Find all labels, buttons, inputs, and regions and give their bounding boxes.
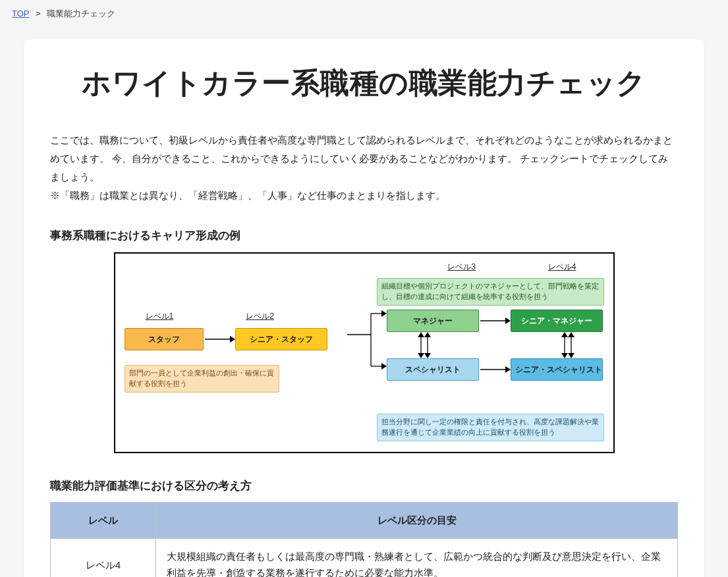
- content-card: ホワイトカラー系職種の職業能力チェック ここでは、職務について、初級レベルから責…: [24, 40, 704, 577]
- svg-marker-8: [381, 363, 387, 370]
- arrow-icon: [204, 333, 235, 346]
- level-table: レベル レベル区分の目安 レベル4 大規模組織の責任者もしくは最高度の専門職・熟…: [50, 502, 678, 577]
- svg-marker-5: [381, 310, 387, 317]
- breadcrumb-top-link[interactable]: TOP: [12, 9, 29, 18]
- intro-paragraph: ここでは、職務について、初級レベルから責任者や高度な専門職として認められるレベル…: [50, 131, 678, 186]
- breadcrumb: TOP > 職業能力チェック: [0, 0, 728, 28]
- breadcrumb-current: 職業能力チェック: [47, 9, 115, 18]
- svg-marker-19: [561, 353, 568, 358]
- breadcrumb-separator: >: [36, 9, 41, 18]
- svg-marker-18: [561, 332, 568, 337]
- table-row: レベル4 大規模組織の責任者もしくは最高度の専門職・熟練者として、広範かつ統合的…: [51, 538, 678, 577]
- double-arrow-icon: [417, 332, 430, 358]
- arrow-icon: [479, 314, 511, 327]
- diagram-container: レベル3 レベル4 組織目標や個別プロジェクトのマネジャーとして、部門戦略を策定…: [50, 252, 678, 453]
- td-level: レベル4: [51, 538, 156, 577]
- box-staff: スタッフ: [125, 328, 204, 350]
- th-desc: レベル区分の目安: [156, 503, 678, 539]
- svg-marker-1: [230, 336, 235, 343]
- box-senior-staff: シニア・スタッフ: [235, 328, 327, 350]
- svg-marker-24: [505, 366, 511, 373]
- split-arrow-icon: [347, 328, 387, 407]
- diagram-heading: 事務系職種におけるキャリア形成の例: [50, 227, 678, 246]
- diagram-right-col: マネジャー シニア・マネジャー: [387, 310, 603, 381]
- td-desc: 大規模組織の責任者もしくは最高度の専門職・熟練者として、広範かつ統合的な判断及び…: [156, 538, 678, 577]
- svg-marker-12: [418, 332, 424, 337]
- box-manager: マネジャー: [387, 310, 479, 332]
- box-senior-manager: シニア・マネジャー: [511, 310, 603, 332]
- box-senior-specialist: シニア・スペシャリスト: [511, 358, 603, 381]
- th-level: レベル: [51, 503, 156, 539]
- intro-text: ここでは、職務について、初級レベルから責任者や高度な専門職として認められるレベル…: [50, 131, 678, 204]
- svg-marker-15: [424, 332, 431, 337]
- intro-note: ※「職務」は職業とは異なり、「経営戦略」、「人事」など仕事のまとまりを指します。: [50, 186, 678, 205]
- career-diagram: レベル3 レベル4 組織目標や個別プロジェクトのマネジャーとして、部門戦略を策定…: [114, 252, 615, 453]
- double-arrow-icon: [561, 332, 574, 358]
- note-top-green: 組織目標や個別プロジェクトのマネジャーとして、部門戦略を策定し、目標の達成に向け…: [377, 278, 604, 306]
- table-heading: 職業能力評価基準における区分の考え方: [50, 477, 678, 496]
- level4-label: レベル4: [548, 260, 576, 273]
- svg-marker-13: [418, 353, 424, 358]
- box-specialist: スペシャリスト: [387, 358, 479, 381]
- note-left-orange: 部門の一員として企業利益の創出・確保に貢献する役割を担う: [125, 365, 279, 393]
- note-bottom-blue: 担当分野に関し一定の権限と責任を付与され、高度な課題解決や業務遂行を通じて企業業…: [377, 414, 604, 441]
- svg-marker-16: [424, 353, 431, 358]
- arrow-icon: [479, 363, 511, 376]
- svg-marker-10: [505, 317, 511, 324]
- level2-label: レベル2: [246, 310, 274, 323]
- level1-label: レベル1: [146, 310, 174, 323]
- page-title: ホワイトカラー系職種の職業能力チェック: [50, 63, 678, 102]
- svg-marker-21: [568, 332, 574, 337]
- level3-label: レベル3: [447, 260, 476, 273]
- svg-marker-22: [568, 353, 574, 358]
- diagram-left-col: レベル1 レベル2 スタッフ シニア・スタッフ 部門の一員として企業利益の創出・…: [125, 310, 348, 393]
